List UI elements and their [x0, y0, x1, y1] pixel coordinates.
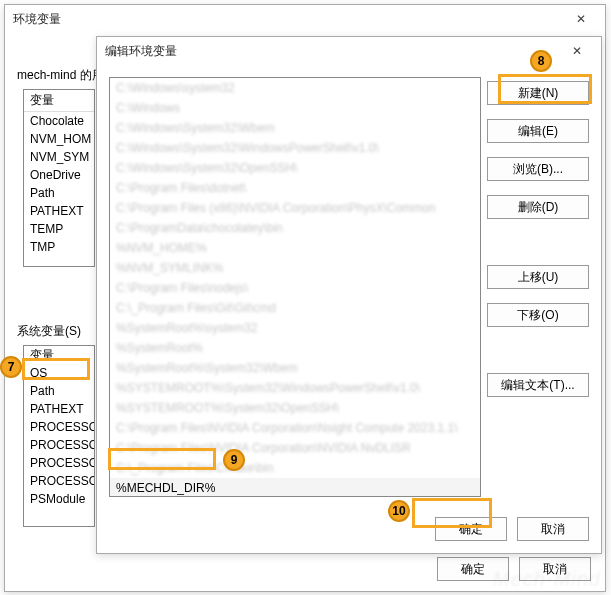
inner-body: C:\Windows\system32C:\WindowsC:\Windows\… [97, 65, 601, 553]
path-entry[interactable]: C:\Program Files\NVIDIA Corporation\Nsig… [110, 418, 480, 438]
list-item[interactable]: PROCESSO [24, 436, 94, 454]
path-entry[interactable]: %SystemRoot%\System32\Wbem [110, 358, 480, 378]
path-entries-list[interactable]: C:\Windows\system32C:\WindowsC:\Windows\… [109, 77, 481, 497]
outer-close-button[interactable]: ✕ [565, 9, 597, 29]
inner-title: 编辑环境变量 [105, 43, 561, 60]
inner-close-button[interactable]: ✕ [561, 41, 593, 61]
watermark: Mech-Mind [493, 568, 601, 591]
outer-titlebar: 环境变量 ✕ [5, 5, 605, 33]
path-entry[interactable]: %SYSTEMROOT%\System32\OpenSSH\ [110, 398, 480, 418]
path-entry[interactable]: %SystemRoot% [110, 338, 480, 358]
annotation-marker-9: 9 [223, 449, 245, 471]
list-item[interactable]: NVM_HOM [24, 130, 94, 148]
inner-button-row: 确定 取消 [97, 517, 589, 541]
inner-ok-button[interactable]: 确定 [435, 517, 507, 541]
move-down-button[interactable]: 下移(O) [487, 303, 589, 327]
path-entry[interactable]: %NVM_SYMLINK% [110, 258, 480, 278]
list-item[interactable]: TEMP [24, 220, 94, 238]
list-item[interactable]: Path [24, 382, 94, 400]
outer-title: 环境变量 [13, 11, 565, 28]
edit-env-var-dialog: 编辑环境变量 ✕ C:\Windows\system32C:\WindowsC:… [96, 36, 602, 554]
path-entry[interactable]: C:\Windows\system32 [110, 78, 480, 98]
side-buttons: 新建(N) 编辑(E) 浏览(B)... 删除(D) 上移(U) 下移(O) 编… [487, 81, 589, 397]
path-entry[interactable]: %SYSTEMROOT%\System32\WindowsPowerShell\… [110, 378, 480, 398]
list-item[interactable]: NVM_SYM [24, 148, 94, 166]
path-entry[interactable]: C:\_Program Files\Git\Git\cmd [110, 298, 480, 318]
move-up-button[interactable]: 上移(U) [487, 265, 589, 289]
list-item[interactable]: OS [24, 364, 94, 382]
edit-text-button[interactable]: 编辑文本(T)... [487, 373, 589, 397]
path-entry[interactable]: C:\Program Files\NVIDIA Corporation\NVID… [110, 438, 480, 458]
path-entry[interactable]: C:\Windows [110, 98, 480, 118]
list-item[interactable]: Path [24, 184, 94, 202]
path-entry[interactable]: C:\Program Files\dotnet\ [110, 178, 480, 198]
sys-vars-label: 系统变量(S) [17, 323, 81, 340]
new-button[interactable]: 新建(N) [487, 81, 589, 105]
path-entry[interactable]: C:\Windows\System32\OpenSSH\ [110, 158, 480, 178]
user-vars-list[interactable]: 变量 ChocolateNVM_HOMNVM_SYMOneDrivePathPA… [23, 89, 95, 267]
path-entry[interactable]: C:\_Program Files\CMake\bin [110, 458, 480, 478]
path-entry[interactable]: %SystemRoot%\system32 [110, 318, 480, 338]
user-vars-col-header[interactable]: 变量 [24, 90, 94, 112]
list-item[interactable]: PROCESSO [24, 418, 94, 436]
annotation-marker-7: 7 [0, 356, 22, 378]
list-item[interactable]: PSModule [24, 490, 94, 508]
path-entry[interactable]: C:\ProgramData\chocolatey\bin [110, 218, 480, 238]
edit-button[interactable]: 编辑(E) [487, 119, 589, 143]
annotation-marker-8: 8 [530, 50, 552, 72]
path-entry-selected[interactable]: %MECHDL_DIR% [110, 478, 480, 497]
path-entry[interactable]: C:\Program Files (x86)\NVIDIA Corporatio… [110, 198, 480, 218]
path-entry[interactable]: C:\Program Files\nodejs\ [110, 278, 480, 298]
path-entry[interactable]: %NVM_HOME% [110, 238, 480, 258]
list-item[interactable]: 变量 [24, 346, 94, 364]
browse-button[interactable]: 浏览(B)... [487, 157, 589, 181]
path-entry[interactable]: C:\Windows\System32\Wbem [110, 118, 480, 138]
list-item[interactable]: OneDrive [24, 166, 94, 184]
list-item[interactable]: PATHEXT [24, 400, 94, 418]
delete-button[interactable]: 删除(D) [487, 195, 589, 219]
annotation-marker-10: 10 [388, 500, 410, 522]
list-item[interactable]: Chocolate [24, 112, 94, 130]
path-entry[interactable]: C:\Windows\System32\WindowsPowerShell\v1… [110, 138, 480, 158]
list-item[interactable]: PROCESSO [24, 454, 94, 472]
inner-cancel-button[interactable]: 取消 [517, 517, 589, 541]
list-item[interactable]: PROCESSO [24, 472, 94, 490]
list-item[interactable]: TMP [24, 238, 94, 256]
sys-vars-list[interactable]: 变量OSPathPATHEXTPROCESSOPROCESSOPROCESSOP… [23, 345, 95, 527]
list-item[interactable]: PATHEXT [24, 202, 94, 220]
inner-titlebar: 编辑环境变量 ✕ [97, 37, 601, 65]
